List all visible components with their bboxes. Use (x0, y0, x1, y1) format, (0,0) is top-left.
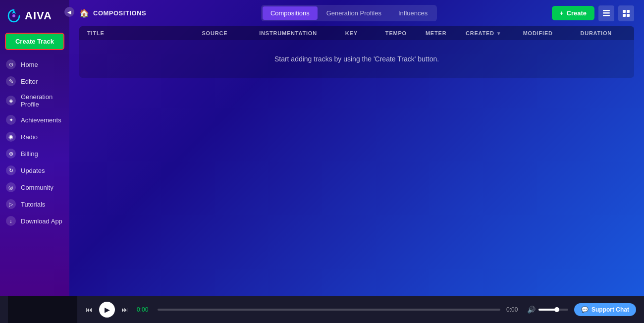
sidebar: AIVA ◀ Create Track ⊙ Home ✎ Editor ◈ Ge… (0, 0, 69, 323)
logo-area: AIVA ◀ (0, 5, 58, 31)
nav-label-generation-profile: Generation Profile (21, 93, 63, 108)
breadcrumb: 🏠 COMPOSITIONS (79, 8, 146, 18)
create-plus-icon: + (560, 9, 564, 17)
play-button[interactable]: ▶ (99, 302, 115, 318)
nav-icon-editor: ✎ (6, 76, 16, 86)
nav-label-community: Community (21, 184, 54, 191)
svg-rect-1 (603, 10, 610, 11)
nav-label-editor: Editor (21, 78, 38, 85)
sidebar-item-editor[interactable]: ✎ Editor (0, 73, 69, 90)
support-chat-button[interactable]: 💬 Support Chat (574, 303, 636, 316)
volume-bar[interactable] (538, 309, 568, 311)
collapse-sidebar-button[interactable]: ◀ (64, 7, 74, 17)
svg-rect-6 (623, 14, 626, 17)
svg-rect-2 (603, 12, 610, 14)
th-meter: METER (426, 30, 466, 36)
svg-rect-7 (627, 14, 630, 17)
th-source: SOURCE (202, 30, 259, 36)
th-modified: MODIFIED (523, 30, 581, 36)
svg-rect-3 (603, 15, 610, 16)
sidebar-item-community[interactable]: ◎ Community (0, 179, 69, 196)
list-icon (603, 10, 610, 17)
time-current: 0:00 (137, 306, 152, 313)
progress-bar[interactable] (158, 309, 500, 311)
nav-items: ⊙ Home ✎ Editor ◈ Generation Profile ✦ A… (0, 56, 69, 229)
empty-state-message: Start adding tracks by using the 'Create… (79, 40, 634, 78)
nav-label-achievements: Achievements (21, 116, 61, 124)
create-track-button[interactable]: Create Track (5, 33, 64, 50)
sidebar-item-updates[interactable]: ↻ Updates (0, 162, 69, 179)
sidebar-item-achievements[interactable]: ✦ Achievements (0, 111, 69, 128)
next-button[interactable]: ⏭ (119, 304, 131, 316)
tab-compositions[interactable]: Compositions (263, 6, 318, 20)
breadcrumb-label: COMPOSITIONS (93, 9, 146, 17)
home-icon: 🏠 (79, 8, 89, 18)
tab-influences[interactable]: Influences (390, 6, 435, 20)
sidebar-item-download-app[interactable]: ↓ Download App (0, 213, 69, 229)
nav-label-download-app: Download App (21, 217, 62, 225)
nav-icon-tutorials: ▷ (6, 199, 16, 209)
list-view-button[interactable] (598, 5, 614, 21)
nav-label-home: Home (21, 61, 38, 68)
support-chat-icon: 💬 (581, 306, 589, 313)
time-total: 0:00 (506, 306, 521, 313)
nav-label-tutorials: Tutorials (21, 201, 45, 208)
grid-view-button[interactable] (618, 5, 634, 21)
grid-icon (623, 10, 630, 17)
svg-rect-4 (623, 10, 626, 13)
th-tempo: TEMPO (385, 30, 426, 36)
nav-label-updates: Updates (21, 167, 45, 174)
compositions-table: TITLESOURCEINSTRUMENTATIONKEYTEMPOMETERC… (79, 26, 634, 78)
tab-generation-profiles[interactable]: Generation Profiles (319, 6, 389, 20)
main-content: 🏠 COMPOSITIONS CompositionsGeneration Pr… (69, 0, 644, 323)
nav-icon-updates: ↻ (6, 165, 16, 175)
create-button[interactable]: + Create (552, 6, 594, 20)
svg-rect-5 (627, 10, 630, 13)
topbar: 🏠 COMPOSITIONS CompositionsGeneration Pr… (69, 0, 644, 26)
previous-button[interactable]: ⏮ (83, 304, 95, 316)
nav-icon-generation-profile: ◈ (6, 96, 16, 106)
th-title: TITLE (87, 30, 202, 36)
volume-area: 🔊 (527, 306, 568, 314)
sidebar-item-home[interactable]: ⊙ Home (0, 56, 69, 73)
sidebar-item-radio[interactable]: ◉ Radio (0, 128, 69, 145)
nav-label-radio: Radio (21, 133, 38, 141)
sort-icon: ▼ (496, 31, 502, 36)
th-duration: DURATION (580, 30, 626, 36)
nav-icon-home: ⊙ (6, 59, 16, 69)
app-name: AIVA (25, 9, 52, 22)
svg-point-0 (12, 14, 15, 17)
logo-icon (6, 8, 22, 24)
support-chat-label: Support Chat (591, 306, 629, 313)
nav-icon-radio: ◉ (6, 132, 16, 142)
th-instrumentation: INSTRUMENTATION (259, 30, 345, 36)
create-button-label: Create (567, 9, 587, 17)
audio-player: ⏮ ▶ ⏭ 0:00 0:00 🔊 💬 Support Chat (0, 296, 644, 323)
nav-icon-billing: ⊛ (6, 149, 16, 159)
sidebar-item-generation-profile[interactable]: ◈ Generation Profile (0, 90, 69, 111)
volume-thumb (554, 307, 559, 312)
nav-icon-achievements: ✦ (6, 115, 16, 125)
player-controls: ⏮ ▶ ⏭ (83, 302, 131, 318)
sidebar-item-tutorials[interactable]: ▷ Tutorials (0, 196, 69, 213)
topbar-right: + Create (552, 5, 634, 21)
th-key: KEY (345, 30, 385, 36)
volume-icon: 🔊 (527, 306, 536, 314)
th-created: CREATED ▼ (466, 30, 523, 36)
nav-icon-download-app: ↓ (6, 216, 16, 226)
player-left-area (8, 296, 77, 323)
table-header: TITLESOURCEINSTRUMENTATIONKEYTEMPOMETERC… (79, 26, 634, 40)
nav-label-billing: Billing (21, 150, 38, 158)
tab-group: CompositionsGeneration ProfilesInfluence… (261, 5, 437, 21)
nav-icon-community: ◎ (6, 182, 16, 192)
sidebar-item-billing[interactable]: ⊛ Billing (0, 145, 69, 162)
